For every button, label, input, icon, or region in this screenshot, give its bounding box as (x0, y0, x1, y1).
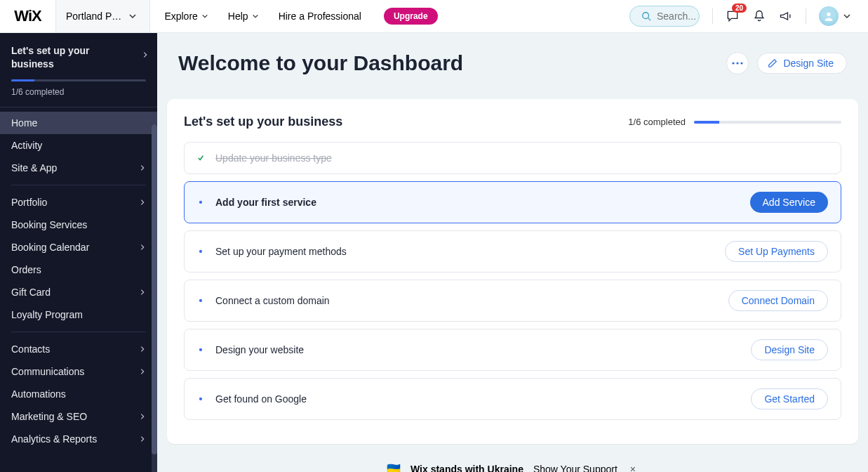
sidebar-setup-progress-fill (11, 79, 34, 81)
ukraine-banner-close[interactable]: × (627, 464, 639, 473)
sidebar: Let's set up your business 1/6 completed… (0, 33, 157, 472)
upgrade-button[interactable]: Upgrade (384, 8, 438, 25)
divider (712, 8, 713, 24)
top-menu-explore-label: Explore (164, 11, 197, 22)
sidebar-setup-count: 1/6 completed (11, 87, 146, 97)
top-menu-explore[interactable]: Explore (164, 11, 208, 22)
sidebar-item-communications[interactable]: Communications (0, 360, 157, 383)
top-right: 20 (629, 6, 868, 27)
sidebar-item-label: Orders (11, 264, 41, 275)
chevron-right-icon (139, 346, 146, 353)
top-menu-help-label: Help (228, 11, 248, 22)
sidebar-item-label: Home (11, 117, 37, 129)
chevron-down-icon (843, 12, 851, 20)
inbox-badge: 20 (732, 4, 747, 13)
setup-step-row[interactable]: •Add your first serviceAdd Service (184, 181, 841, 223)
sidebar-item-analytics-reports[interactable]: Analytics & Reports (0, 428, 157, 450)
bullet-icon: • (197, 346, 204, 353)
divider (806, 8, 806, 24)
setup-card: Let's set up your business 1/6 completed… (167, 99, 858, 444)
sidebar-nav: HomeActivitySite & AppPortfolioBooking S… (0, 107, 157, 450)
setup-step-label: Add your first service (215, 197, 316, 208)
step-action-get-started-button[interactable]: Get Started (751, 388, 828, 409)
setup-step-row[interactable]: •Connect a custom domainConnect Domain (184, 280, 841, 322)
top-bar: WiX Portland P… Explore Help Hire a Prof… (0, 0, 868, 33)
sidebar-item-site-app[interactable]: Site & App (0, 157, 157, 179)
step-action-add-service-button[interactable]: Add Service (750, 192, 828, 213)
setup-step-row[interactable]: •Design your websiteDesign Site (184, 329, 841, 371)
search-box[interactable] (629, 6, 700, 27)
sidebar-item-label: Portfolio (11, 197, 47, 208)
setup-step-label: Set up your payment methods (215, 246, 347, 257)
svg-point-2 (827, 13, 830, 16)
sidebar-item-label: Site & App (11, 162, 57, 173)
chevron-right-icon (139, 413, 146, 420)
setup-step-row[interactable]: •Set up your payment methodsSet Up Payme… (184, 230, 841, 273)
setup-step-row[interactable]: •Get found on GoogleGet Started (184, 378, 841, 420)
chevron-down-icon (252, 13, 259, 20)
scrollbar[interactable] (152, 124, 157, 472)
svg-point-5 (741, 62, 743, 64)
nav-separator (11, 185, 146, 185)
setup-steps-list: Update your business type•Add your first… (184, 142, 841, 420)
sidebar-item-portfolio[interactable]: Portfolio (0, 191, 157, 214)
wix-logo-text: WiX (14, 7, 41, 25)
sidebar-item-booking-calendar[interactable]: Booking Calendar (0, 236, 157, 258)
sidebar-item-home[interactable]: Home (0, 112, 157, 134)
more-actions-button[interactable] (726, 52, 749, 74)
svg-point-4 (737, 62, 739, 64)
sidebar-item-loyalty-program[interactable]: Loyalty Program (0, 303, 157, 326)
nav-separator (11, 332, 146, 332)
chevron-right-icon (139, 164, 146, 171)
notifications-button[interactable] (752, 9, 766, 23)
sidebar-item-contacts[interactable]: Contacts (0, 338, 157, 360)
ukraine-banner: 🇺🇦 Wix stands with Ukraine Show Your Sup… (157, 462, 868, 472)
sidebar-item-gift-card[interactable]: Gift Card (0, 281, 157, 303)
wix-logo[interactable]: WiX (0, 0, 56, 32)
setup-card-progress-text: 1/6 completed (628, 117, 686, 127)
search-icon (641, 11, 651, 21)
upgrade-button-label: Upgrade (394, 11, 428, 21)
top-menu-help[interactable]: Help (228, 11, 259, 22)
chevron-right-icon (139, 199, 146, 206)
ukraine-banner-link[interactable]: Show Your Support (533, 464, 617, 473)
sidebar-item-automations[interactable]: Automations (0, 383, 157, 405)
site-selector-label: Portland P… (66, 11, 121, 22)
sidebar-item-marketing-seo[interactable]: Marketing & SEO (0, 405, 157, 428)
search-input[interactable] (657, 11, 696, 22)
sidebar-item-orders[interactable]: Orders (0, 258, 157, 281)
step-action-design-site-button[interactable]: Design Site (751, 339, 828, 360)
svg-point-0 (643, 13, 649, 19)
step-action-connect-domain-button[interactable]: Connect Domain (728, 290, 828, 311)
sidebar-item-label: Automations (11, 388, 66, 400)
header-actions: Design Site (726, 52, 847, 74)
sidebar-item-booking-services[interactable]: Booking Services (0, 214, 157, 236)
top-menu: Explore Help Hire a Professional Upgrade (150, 8, 437, 25)
bell-icon (752, 9, 766, 23)
main-content: Welcome to your Dashboard Design Site Le… (157, 33, 868, 472)
sidebar-item-label: Activity (11, 140, 42, 151)
chevron-right-icon (139, 244, 146, 251)
main-header: Welcome to your Dashboard Design Site (157, 33, 868, 88)
step-action-set-up-payments-button[interactable]: Set Up Payments (725, 241, 828, 262)
ukraine-banner-text: Wix stands with Ukraine (410, 464, 523, 473)
sidebar-item-activity[interactable]: Activity (0, 134, 157, 157)
top-menu-hire[interactable]: Hire a Professional (279, 11, 361, 22)
chevron-down-icon (128, 12, 137, 20)
bullet-icon: • (197, 297, 204, 304)
sidebar-setup-block[interactable]: Let's set up your business 1/6 completed (0, 33, 157, 107)
setup-step-row[interactable]: Update your business type (184, 142, 841, 174)
setup-card-header: Let's set up your business 1/6 completed (184, 114, 841, 129)
bullet-icon: • (197, 248, 204, 255)
setup-card-title: Let's set up your business (184, 114, 342, 129)
top-menu-hire-label: Hire a Professional (279, 11, 361, 22)
inbox-button[interactable]: 20 (726, 9, 740, 23)
account-menu[interactable] (819, 6, 851, 26)
announcements-button[interactable] (779, 9, 793, 23)
setup-step-label: Get found on Google (215, 393, 307, 405)
site-selector[interactable]: Portland P… (56, 0, 150, 32)
sidebar-item-label: Loyalty Program (11, 309, 83, 320)
bullet-icon: • (197, 199, 204, 206)
chevron-right-icon (139, 435, 146, 442)
design-site-button[interactable]: Design Site (757, 53, 847, 74)
